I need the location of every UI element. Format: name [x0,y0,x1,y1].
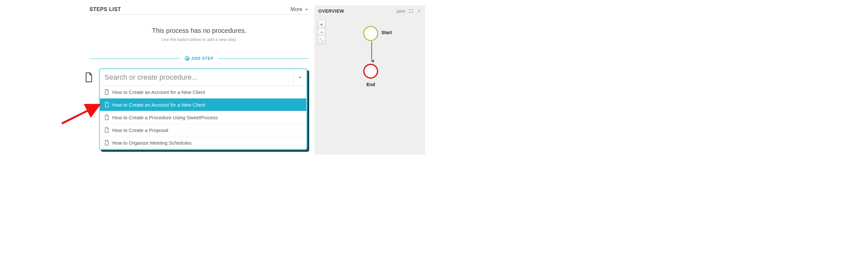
empty-state-subtitle: Use the button below to add a new step. [90,37,309,42]
search-input-row [100,69,306,86]
flow-node-end-label: End [367,82,375,87]
flow-diagram[interactable]: Start End [314,18,425,155]
flow-edge-arrow-icon [369,41,374,64]
overview-title: OVERVIEW [318,8,344,14]
dropdown-item-label: How to Organize Meeting Schedules [112,140,191,146]
flow-node-start[interactable] [363,26,378,41]
empty-state-title: This process has no procedures. [90,27,309,34]
procedure-combobox: How to Create an Account for a New Clien… [99,68,307,150]
fullscreen-icon[interactable] [409,9,413,13]
document-icon [104,114,109,120]
document-icon [104,127,109,133]
procedure-search-group: How to Create an Account for a New Clien… [85,68,307,150]
dropdown-item-label: How to Create a Proposal [112,127,168,133]
dropdown-item[interactable]: How to Create a Proposal [100,123,306,136]
document-icon [104,140,109,146]
document-icon [104,89,109,95]
more-label: More [291,6,302,12]
add-step-button[interactable]: ADD STEP [180,56,218,61]
overview-header: OVERVIEW print [314,5,425,15]
dropdown-item-label: How to Create an Account for a New Clien… [112,102,205,108]
overview-panel: OVERVIEW print + − Start [314,5,425,155]
dropdown-toggle[interactable] [293,69,306,85]
procedure-search-input[interactable] [100,69,293,85]
dropdown-item[interactable]: How to Create a Procedure Using SweetPro… [100,111,306,123]
chevron-right-icon[interactable] [417,9,421,13]
add-step-row: ADD STEP [90,56,309,61]
plus-circle-icon [185,56,189,61]
dropdown-item-label: How to Create a Procedure Using SweetPro… [112,115,218,120]
steps-list-title: STEPS LIST [90,6,121,12]
procedure-dropdown-list: How to Create an Account for a New Clien… [100,86,306,149]
divider-right [218,59,309,59]
empty-state: This process has no procedures. Use the … [90,27,309,42]
chevron-down-icon [298,75,302,80]
more-button[interactable]: More [291,6,309,12]
overview-tools: print [397,9,421,14]
add-step-label: ADD STEP [191,56,214,61]
document-icon [104,102,109,108]
dropdown-item[interactable]: How to Create an Account for a New Clien… [100,86,306,98]
flow-node-end[interactable] [363,64,378,79]
chevron-down-icon [304,7,309,12]
print-button[interactable]: print [397,9,405,14]
dropdown-item[interactable]: How to Organize Meeting Schedules [100,136,306,149]
flow-node-start-label: Start [381,30,392,35]
steps-header: STEPS LIST More [90,6,309,14]
divider-left [90,59,180,59]
document-icon [85,72,93,82]
dropdown-item[interactable]: How to Create an Account for a New Clien… [100,98,306,111]
dropdown-item-label: How to Create an Account for a New Clien… [112,89,205,95]
